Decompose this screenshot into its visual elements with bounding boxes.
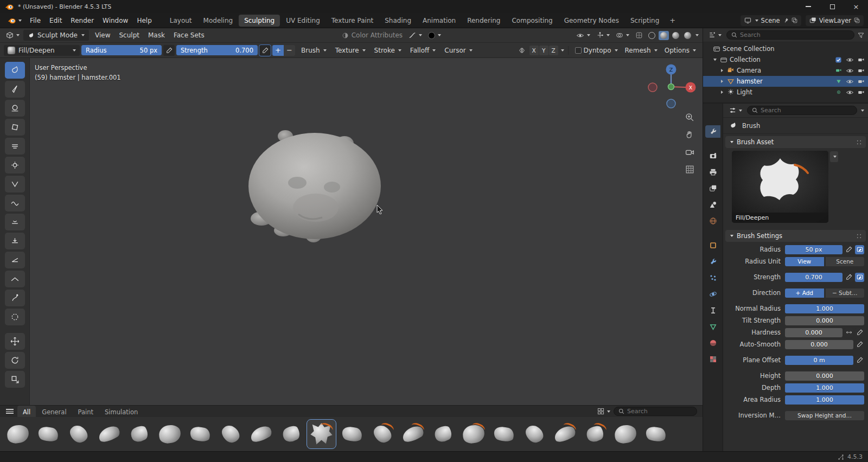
blender-menu-button[interactable]: [4, 17, 25, 24]
header-strength-slider[interactable]: Strength 0.700: [176, 45, 258, 55]
outliner-search-input[interactable]: [740, 31, 850, 39]
tool-clay-strips-button[interactable]: [5, 119, 25, 136]
menu-face-sets[interactable]: Face Sets: [169, 30, 209, 41]
brush-thumbnail[interactable]: [489, 420, 518, 448]
tool-multiplane-scrape-button[interactable]: [5, 271, 25, 287]
menu-file[interactable]: File: [25, 15, 45, 26]
properties-tab-material[interactable]: [705, 337, 720, 349]
workspace-tab-geometry-nodes[interactable]: Geometry Nodes: [559, 15, 624, 27]
tool-flatten-button[interactable]: [5, 214, 25, 230]
properties-tab-object[interactable]: [705, 239, 720, 252]
prop-auto-smooth-slider[interactable]: 0.000: [785, 340, 853, 349]
brush-asset-panel-header[interactable]: Brush Asset: [725, 136, 866, 148]
disable-in-renders-icon[interactable]: [858, 56, 865, 63]
properties-tab-texture[interactable]: [705, 353, 720, 365]
workspace-tab-shading[interactable]: Shading: [379, 15, 417, 27]
brush-thumbnail[interactable]: [398, 420, 427, 448]
mirror-z-button[interactable]: Z: [549, 46, 558, 55]
visibility-dropdown[interactable]: [574, 30, 592, 41]
menu-window[interactable]: Window: [98, 15, 132, 26]
tool-crease-button[interactable]: [5, 176, 25, 193]
brush-thumbnail[interactable]: [429, 420, 457, 448]
shading-wireframe-button[interactable]: [647, 31, 657, 40]
color-picker-swatch[interactable]: [426, 31, 443, 40]
brush-preview[interactable]: Fill/Deepen: [732, 151, 828, 223]
option-scene-button[interactable]: Scene: [826, 257, 865, 266]
mirror-y-button[interactable]: Y: [539, 46, 548, 55]
shading-options-dropdown[interactable]: [695, 34, 699, 36]
brush-thumbnail[interactable]: [641, 420, 670, 448]
viewlayer-selector[interactable]: ViewLayer: [806, 15, 864, 26]
tool-move-button[interactable]: [5, 333, 25, 350]
workspace-tab-modeling[interactable]: Modeling: [198, 15, 239, 27]
brush-thumbnail[interactable]: [246, 420, 275, 448]
outliner-row-scene-collection[interactable]: Scene Collection: [703, 43, 868, 54]
stylus-pressure-icon[interactable]: [844, 273, 853, 282]
add-workspace-button[interactable]: +: [665, 15, 680, 25]
hide-in-viewport-icon[interactable]: [846, 67, 854, 75]
tool-smooth-button[interactable]: [5, 195, 25, 211]
workspace-tab-compositing[interactable]: Compositing: [506, 15, 558, 27]
gizmo-z-negative-axis[interactable]: [667, 99, 675, 108]
shelf-display-dropdown[interactable]: [595, 407, 612, 416]
strength-pressure-toggle[interactable]: [259, 45, 271, 56]
menu-sculpt[interactable]: Sculpt: [114, 30, 143, 41]
xray-toggle[interactable]: [633, 30, 645, 40]
pan-hand-button[interactable]: [684, 129, 695, 140]
brush-thumbnail[interactable]: [459, 420, 488, 448]
menu-help[interactable]: Help: [132, 15, 156, 26]
minimize-button[interactable]: [796, 0, 820, 13]
radius-pressure-toggle[interactable]: [163, 45, 175, 56]
close-button[interactable]: ×: [844, 0, 868, 13]
shelf-tab-all[interactable]: All: [17, 406, 36, 417]
properties-tab-view-layer[interactable]: [705, 182, 720, 195]
brush-thumbnail[interactable]: [3, 420, 32, 448]
dyntopo-dropdown[interactable]: Dyntopo: [572, 46, 621, 55]
gizmos-dropdown[interactable]: [594, 30, 612, 40]
menu-cursor[interactable]: Cursor: [440, 45, 476, 56]
dyntopo-checkbox[interactable]: [575, 47, 582, 54]
zoom-button[interactable]: [684, 111, 695, 123]
tool-draw-button[interactable]: [5, 62, 25, 79]
pin-icon[interactable]: [783, 17, 789, 23]
properties-tab-render[interactable]: [705, 150, 720, 162]
tool-transform-button[interactable]: [5, 371, 25, 388]
falloff-shape-dropdown[interactable]: [406, 30, 424, 40]
shelf-tab-general[interactable]: General: [36, 406, 72, 417]
shelf-tab-paint[interactable]: Paint: [73, 406, 99, 417]
shading-rendered-button[interactable]: [682, 31, 693, 40]
prop-strength-slider[interactable]: 0.700: [785, 273, 843, 282]
mirror-x-button[interactable]: X: [529, 46, 539, 55]
brush-thumbnail[interactable]: [155, 420, 184, 448]
outliner-row-hamster[interactable]: hamster: [703, 76, 868, 87]
new-scene-icon[interactable]: [792, 17, 797, 23]
hide-in-viewport-icon[interactable]: [846, 78, 854, 86]
tool-fill-button[interactable]: [5, 233, 25, 249]
tool-elastic-deform-button[interactable]: [5, 290, 25, 306]
collection-checkbox[interactable]: [835, 56, 842, 63]
outliner-editor-selector[interactable]: [706, 30, 724, 40]
expand-arrow-icon[interactable]: [719, 68, 725, 73]
panel-options-icon[interactable]: [856, 233, 862, 239]
prop-normal-radius-slider[interactable]: 1.000: [785, 304, 864, 313]
shelf-tab-simulation[interactable]: Simulation: [99, 406, 143, 417]
menu-stroke[interactable]: Stroke: [370, 45, 406, 56]
properties-editor-selector[interactable]: [727, 106, 744, 115]
expand-arrow-icon[interactable]: [719, 79, 725, 84]
collapse-arrow-icon[interactable]: [712, 57, 718, 62]
disable-in-renders-icon[interactable]: [858, 67, 865, 74]
menu-brush[interactable]: Brush: [297, 45, 331, 56]
navigation-gizmo[interactable]: Z X: [645, 62, 697, 109]
stylus-pressure-icon[interactable]: [855, 340, 864, 349]
brush-thumbnail[interactable]: [611, 420, 640, 448]
shelf-menu-button[interactable]: [3, 406, 16, 417]
stylus-pressure-icon[interactable]: [855, 356, 864, 365]
stylus-pressure-icon[interactable]: [844, 245, 853, 254]
prop-hardness-slider[interactable]: 0.000: [785, 328, 843, 337]
properties-tab-constraints[interactable]: [705, 304, 720, 317]
brush-thumbnail[interactable]: [216, 420, 245, 448]
gizmo-x-negative-axis[interactable]: [648, 83, 657, 92]
properties-tab-object-data[interactable]: [705, 320, 720, 333]
tool-clay-button[interactable]: [5, 100, 25, 117]
properties-tab-tool[interactable]: [705, 125, 720, 138]
